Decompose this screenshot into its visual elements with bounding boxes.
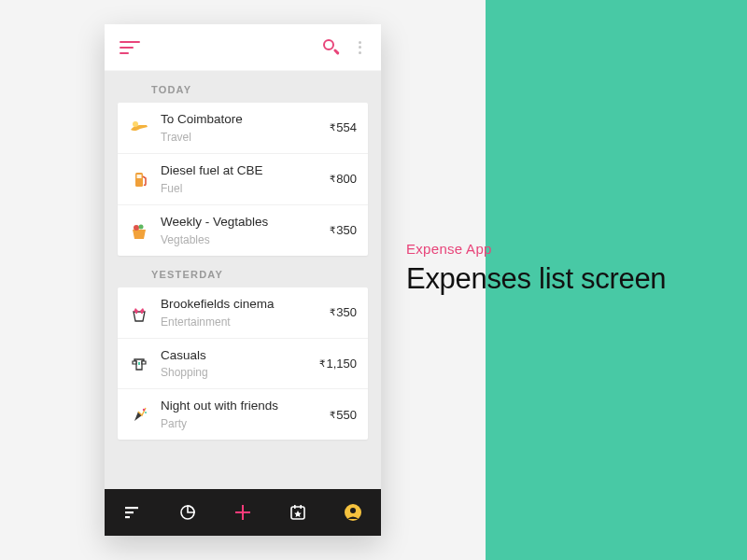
expense-title: To Coimbatore [161,112,330,128]
svg-rect-9 [125,507,138,509]
svg-rect-2 [137,175,142,178]
expense-row[interactable]: Weekly - Vegtables Vegtables ₹350 [118,205,368,256]
canvas-right: Expense App Expenses list screen [486,0,747,560]
expense-list: TODAY To Coimbatore Travel ₹554 [105,71,381,489]
phone-frame: TODAY To Coimbatore Travel ₹554 [105,24,381,536]
nav-list-icon[interactable] [114,494,151,531]
nav-profile-icon[interactable] [334,494,372,531]
expense-category: Shopping [161,366,319,379]
search-icon[interactable] [323,39,340,56]
expense-category: Travel [161,131,330,144]
expense-row[interactable]: Brookefields cinema Entertainment ₹350 [118,287,368,339]
nav-chart-icon[interactable] [169,494,206,531]
shopping-icon [129,353,149,373]
nav-calendar-icon[interactable] [279,494,317,531]
section-today: To Coimbatore Travel ₹554 Diesel fuel at… [118,103,368,256]
svg-rect-11 [125,516,130,518]
expense-amount: ₹554 [330,120,357,134]
expense-title: Night out with friends [161,399,330,414]
section-yesterday: Brookefields cinema Entertainment ₹350 C… [118,287,368,441]
expense-amount: ₹800 [330,172,357,186]
svg-rect-14 [235,511,250,513]
expense-row[interactable]: To Coimbatore Travel ₹554 [118,103,368,154]
section-header-today: TODAY [118,71,368,103]
expense-row[interactable]: Night out with friends Party ₹550 [118,389,368,440]
svg-point-0 [133,121,138,127]
expense-title: Weekly - Vegtables [161,215,330,231]
svg-point-8 [145,412,147,413]
travel-icon [129,118,149,138]
expense-row[interactable]: Casuals Shopping ₹1,150 [118,339,368,390]
overflow-menu-icon[interactable] [353,39,366,56]
app-topbar [105,24,381,71]
party-icon [129,404,149,425]
fuel-icon [129,169,149,189]
svg-point-7 [143,409,145,411]
svg-rect-6 [141,312,143,314]
expense-title: Diesel fuel at CBE [161,163,330,179]
svg-point-3 [134,225,139,231]
bottom-nav [105,489,381,536]
expense-category: Entertainment [161,315,330,329]
caption-subtitle: Expense App [406,241,742,257]
expense-row[interactable]: Diesel fuel at CBE Fuel ₹800 [118,154,368,205]
expense-amount: ₹350 [330,223,357,237]
svg-point-4 [139,224,144,229]
svg-rect-17 [301,505,303,509]
expense-title: Casuals [161,348,319,364]
cinema-icon [129,302,149,323]
menu-icon[interactable] [120,41,140,54]
expense-category: Vegtables [161,233,330,246]
svg-rect-5 [135,312,137,314]
svg-rect-10 [125,511,134,513]
expense-amount: ₹350 [330,305,357,319]
expense-category: Party [161,417,330,430]
expense-title: Brookefields cinema [161,297,330,313]
nav-add-icon[interactable] [224,494,261,531]
expense-amount: ₹550 [330,408,357,422]
slide-caption: Expense App Expenses list screen [406,241,742,296]
svg-point-19 [350,508,356,513]
svg-rect-16 [294,505,296,509]
vegetables-icon [129,220,149,241]
caption-title: Expenses list screen [406,262,742,296]
expense-category: Fuel [161,182,330,195]
section-header-yesterday: YESTERDAY [118,256,368,287]
expense-amount: ₹1,150 [319,357,357,371]
